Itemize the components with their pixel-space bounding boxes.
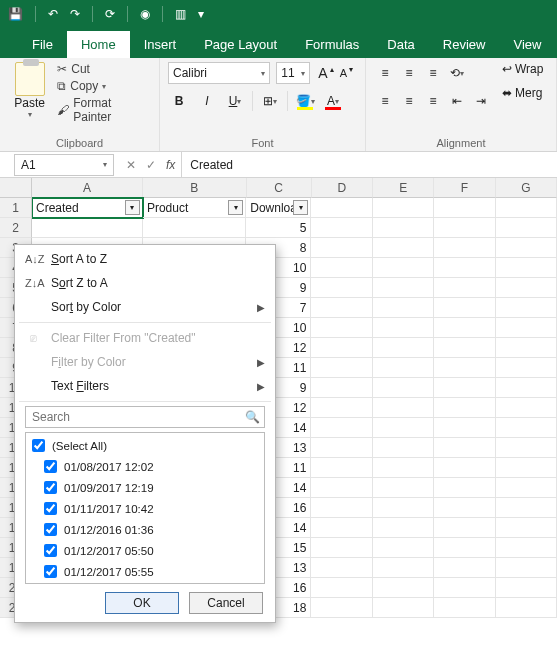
formula-input[interactable]: Created [181,152,557,178]
filter-value-item[interactable]: 01/12/2017 05:55 [28,561,262,582]
cell[interactable]: Created▾ [32,198,143,218]
format-painter-button[interactable]: 🖌 Format Painter [57,96,151,124]
cell[interactable] [496,518,557,538]
cell[interactable] [311,598,372,618]
cell[interactable] [311,298,372,318]
filter-search-input[interactable] [30,409,245,425]
row-header[interactable]: 1 [0,198,32,218]
cell[interactable] [496,478,557,498]
ok-button[interactable]: OK [105,592,179,614]
tab-home[interactable]: Home [67,31,130,58]
cell[interactable] [373,238,434,258]
filter-checkbox[interactable] [32,439,45,452]
font-color-button[interactable]: A▾ [322,90,344,112]
filter-value-item[interactable]: 01/09/2017 12:19 [28,477,262,498]
cell[interactable] [496,318,557,338]
cell[interactable] [311,338,372,358]
filter-values-list[interactable]: (Select All)01/08/2017 12:0201/09/2017 1… [25,432,265,584]
select-all-corner[interactable] [0,178,32,198]
filter-dropdown-button[interactable]: ▾ [293,200,308,215]
increase-indent-button[interactable]: ⇥ [470,90,492,112]
underline-button[interactable]: U▾ [224,90,246,112]
cell[interactable] [311,418,372,438]
cell[interactable] [496,278,557,298]
cell[interactable] [143,218,246,238]
cell[interactable] [434,358,495,378]
cell[interactable] [373,418,434,438]
cell[interactable] [311,498,372,518]
column-header[interactable]: D [312,178,373,198]
cell[interactable] [373,318,434,338]
cell[interactable] [434,298,495,318]
cell[interactable] [496,218,557,238]
cell[interactable] [434,278,495,298]
cell[interactable] [434,598,495,618]
row-header[interactable]: 2 [0,218,32,238]
cell[interactable] [373,398,434,418]
cell[interactable] [434,398,495,418]
align-middle-button[interactable]: ≡ [398,62,420,84]
cell[interactable] [311,258,372,278]
cell[interactable] [373,298,434,318]
shrink-font-button[interactable]: A▾ [338,65,357,81]
cell[interactable] [434,578,495,598]
tab-formulas[interactable]: Formulas [291,31,373,58]
tab-file[interactable]: File [18,31,67,58]
align-left-button[interactable]: ≡ [374,90,396,112]
filter-checkbox[interactable] [44,544,57,557]
cell[interactable] [434,458,495,478]
font-name-combo[interactable]: Calibri ▾ [168,62,270,84]
tab-view[interactable]: View [499,31,555,58]
cell[interactable] [311,518,372,538]
cell[interactable] [434,478,495,498]
fill-color-button[interactable]: 🪣▾ [294,90,316,112]
cell[interactable] [434,498,495,518]
cell[interactable] [311,358,372,378]
filter-value-item[interactable]: 02/03/2017 08:14 [28,582,262,584]
cell[interactable] [311,438,372,458]
cell[interactable] [434,418,495,438]
sort-za-item[interactable]: Z↓A Sort Z to A [15,271,275,295]
cell[interactable] [373,198,434,218]
column-header[interactable]: E [373,178,434,198]
cell[interactable] [434,438,495,458]
cell[interactable] [434,378,495,398]
wrap-text-button[interactable]: ↩ Wrap [502,62,543,76]
cell[interactable] [434,238,495,258]
cell[interactable] [311,238,372,258]
cell[interactable] [32,218,143,238]
tab-data[interactable]: Data [373,31,428,58]
cell[interactable] [496,338,557,358]
cell[interactable] [496,238,557,258]
cell[interactable] [373,498,434,518]
undo-icon[interactable]: ↶ [48,7,58,21]
sync-icon[interactable]: ⟳ [105,7,115,21]
cut-button[interactable]: ✂ Cut [57,62,151,76]
cell[interactable] [373,538,434,558]
cell[interactable] [311,278,372,298]
cell[interactable] [496,598,557,618]
cell[interactable] [311,578,372,598]
tab-review[interactable]: Review [429,31,500,58]
cell[interactable] [496,438,557,458]
bold-button[interactable]: B [168,90,190,112]
cell[interactable] [311,318,372,338]
copy-button[interactable]: ⧉ Copy ▾ [57,79,151,93]
filter-value-item[interactable]: 01/11/2017 10:42 [28,498,262,519]
filter-checkbox[interactable] [44,565,57,578]
qat-more-icon[interactable]: ▾ [198,7,204,21]
cell[interactable] [311,198,372,218]
cancel-formula-icon[interactable]: ✕ [126,158,136,172]
redo-icon[interactable]: ↷ [70,7,80,21]
cell[interactable] [434,558,495,578]
columns-icon[interactable]: ▥ [175,7,186,21]
cell[interactable] [373,218,434,238]
cell[interactable] [311,558,372,578]
font-size-combo[interactable]: 11 ▾ [276,62,310,84]
orientation-button[interactable]: ⟲▾ [446,62,468,84]
grow-font-button[interactable]: A▴ [316,65,337,81]
column-header[interactable]: A [32,178,143,198]
cell[interactable] [434,338,495,358]
cell[interactable] [373,378,434,398]
filter-search-box[interactable]: 🔍 [25,406,265,428]
